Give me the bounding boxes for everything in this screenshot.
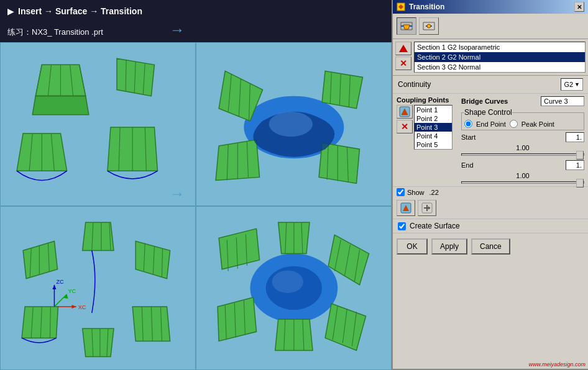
top-bar: ▶ Insert → Surface → Transition: [0, 0, 392, 22]
start-value-input[interactable]: [566, 132, 584, 142]
transition-icon-1: [400, 20, 413, 32]
end-value-input[interactable]: [566, 160, 584, 170]
coupling-action-buttons: ✕: [397, 105, 413, 150]
continuity-value: G2: [564, 81, 573, 88]
shape-bl: XC YC ZC: [1, 207, 195, 369]
shape-control-legend: Shape Control: [464, 108, 512, 117]
dialog-close-button[interactable]: ✕: [574, 2, 584, 12]
end-label: End: [461, 161, 474, 169]
svg-marker-38: [71, 305, 76, 309]
bridge-curves-label: Bridge Curves: [461, 97, 508, 105]
action-icon-btn-1[interactable]: [397, 200, 415, 216]
quadrant-bottom-left: XC YC ZC: [0, 206, 196, 370]
start-value-display: 1.00: [461, 144, 584, 151]
coupling-icon-btn[interactable]: [397, 105, 413, 119]
svg-marker-88: [219, 228, 259, 269]
show-checkbox[interactable]: [397, 188, 405, 196]
quadrant-top-right: [196, 42, 392, 206]
sections-list[interactable]: Section 1 G2 Isoparametric Section 2 G2 …: [414, 42, 586, 73]
svg-marker-58: [82, 328, 113, 356]
coupling-points-label: Coupling Points: [397, 96, 459, 104]
triangle-up-icon: [398, 44, 408, 53]
shape-control-radios: End Point Peak Point: [464, 120, 581, 128]
coupling-controls: ✕ Point 1 Point 2 Point 3 Point 4 Point …: [397, 105, 459, 150]
shape-tr-svg: [206, 51, 382, 197]
coupling-delete-btn[interactable]: ✕: [397, 120, 413, 133]
subtitle-bar: 练习：NX3_ Transition .prt: [0, 22, 392, 42]
coupling-list[interactable]: Point 1 Point 2 Point 3 Point 4 Point 5: [414, 105, 452, 150]
continuity-dropdown-arrow[interactable]: ▼: [574, 81, 580, 88]
svg-text:ZC: ZC: [56, 279, 64, 285]
show-row: Show .22: [393, 187, 588, 197]
section-item-2[interactable]: Section 2 G2 Normal: [415, 52, 585, 62]
show-value: .22: [430, 189, 439, 196]
coupling-bridge-area: Coupling Points ✕ Point 1 Point 2 Point …: [393, 94, 588, 187]
svg-marker-46: [82, 222, 113, 250]
watermark: www.meiyadesign.com: [528, 361, 586, 368]
dialog-toolbar: [393, 14, 588, 39]
sections-buttons: ✕: [395, 42, 411, 73]
cancel-button[interactable]: Cance: [471, 238, 510, 255]
dialog-icon: [397, 2, 405, 11]
section-item-1[interactable]: Section 1 G2 Isoparametric: [415, 42, 585, 52]
toolbar-button-2[interactable]: [419, 17, 439, 35]
dialog-buttons: OK Apply Cance: [393, 233, 588, 259]
shape-tr: [196, 43, 391, 205]
svg-text:XC: XC: [78, 304, 86, 310]
section-up-button[interactable]: [395, 42, 411, 55]
start-label: Start: [461, 133, 475, 141]
coupling-point-3[interactable]: Point 3: [415, 123, 452, 132]
svg-marker-92: [218, 297, 256, 341]
section-item-3[interactable]: Section 3 G2 Normal: [415, 62, 585, 72]
continuity-select[interactable]: G2 ▼: [561, 78, 583, 91]
dialog-titlebar: Transition ✕: [393, 0, 588, 14]
svg-point-36: [269, 112, 312, 137]
sections-area: ✕ Section 1 G2 Isoparametric Section 2 G…: [393, 39, 588, 76]
svg-marker-44: [52, 285, 56, 289]
end-point-label: End Point: [476, 120, 506, 128]
transition-dialog: Transition ✕: [392, 0, 588, 370]
end-point-radio[interactable]: [464, 120, 472, 128]
show-label: Show: [407, 189, 425, 196]
end-value-display: 1.00: [461, 172, 584, 179]
apply-button[interactable]: Apply: [431, 238, 467, 255]
shape-br-svg: [206, 215, 382, 361]
quadrant-top-left: [0, 42, 196, 206]
dialog-title-text: Transition: [409, 2, 444, 11]
end-row: End: [461, 160, 584, 170]
svg-marker-99: [403, 25, 410, 29]
coupling-point-2[interactable]: Point 2: [415, 114, 452, 123]
dialog-title: Transition: [397, 2, 444, 11]
action-icon-btn-2[interactable]: [418, 200, 436, 216]
coupling-point-4[interactable]: Point 4: [415, 132, 452, 140]
svg-marker-66: [22, 307, 58, 338]
svg-marker-1: [32, 96, 89, 115]
shape-bl-svg: XC YC ZC: [11, 215, 186, 361]
ok-button[interactable]: OK: [397, 238, 428, 255]
create-surface-checkbox[interactable]: [398, 222, 406, 230]
section-delete-button[interactable]: ✕: [395, 56, 411, 70]
bridge-curves-input[interactable]: [541, 96, 584, 106]
bridge-curves-row: Bridge Curves: [461, 96, 584, 106]
content-area: XC YC ZC: [0, 42, 392, 370]
quadrant-bottom-right: [196, 206, 392, 370]
continuity-label: Continuity: [398, 80, 431, 89]
peak-point-radio[interactable]: [510, 120, 518, 128]
end-slider[interactable]: [461, 181, 584, 184]
breadcrumb: Insert → Surface → Transition: [18, 6, 142, 16]
svg-marker-50: [136, 241, 170, 279]
nav-arrow: ▶: [7, 6, 14, 16]
shape-tl-svg: [11, 51, 186, 197]
svg-point-104: [427, 24, 431, 28]
transition-icon-2: [422, 20, 436, 32]
coupling-points-panel: Coupling Points ✕ Point 1 Point 2 Point …: [397, 96, 459, 184]
action-icon-2: [421, 202, 433, 214]
coupling-point-5[interactable]: Point 5: [415, 140, 452, 149]
continuity-row: Continuity G2 ▼: [393, 76, 588, 94]
start-slider-thumb[interactable]: [576, 151, 584, 160]
svg-line-40: [54, 294, 67, 307]
toolbar-button-1[interactable]: [397, 17, 416, 35]
start-slider[interactable]: [461, 153, 584, 156]
coupling-point-1[interactable]: Point 1: [415, 106, 452, 114]
end-slider-thumb[interactable]: [576, 179, 584, 187]
